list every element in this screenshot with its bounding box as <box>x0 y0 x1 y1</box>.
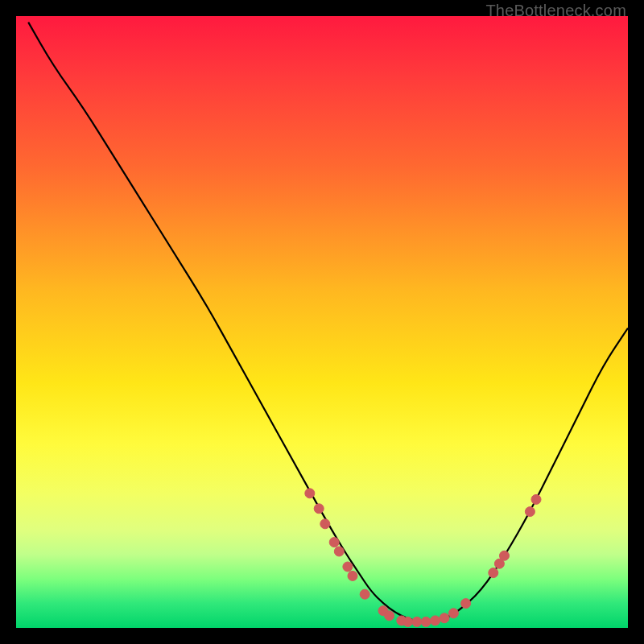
data-marker <box>531 494 541 504</box>
data-marker <box>314 504 324 514</box>
bottleneck-curve <box>28 23 628 622</box>
data-marker <box>500 551 510 560</box>
data-marker <box>412 617 422 626</box>
data-marker <box>461 599 471 609</box>
data-marker <box>525 507 535 517</box>
marker-group <box>305 489 541 627</box>
attribution-text: TheBottleneck.com <box>485 2 626 20</box>
data-marker <box>440 613 449 623</box>
data-marker <box>402 617 412 626</box>
data-marker <box>329 538 339 547</box>
data-marker <box>320 519 330 529</box>
data-marker <box>334 547 344 556</box>
data-marker <box>489 568 498 578</box>
data-marker <box>305 489 315 498</box>
plot-svg <box>16 16 628 628</box>
data-marker <box>448 609 458 618</box>
chart-area <box>16 16 628 628</box>
data-marker <box>348 571 357 580</box>
data-marker <box>431 616 440 625</box>
data-marker <box>385 611 394 621</box>
data-marker <box>343 562 353 572</box>
data-marker <box>360 589 369 599</box>
data-marker <box>421 617 431 626</box>
